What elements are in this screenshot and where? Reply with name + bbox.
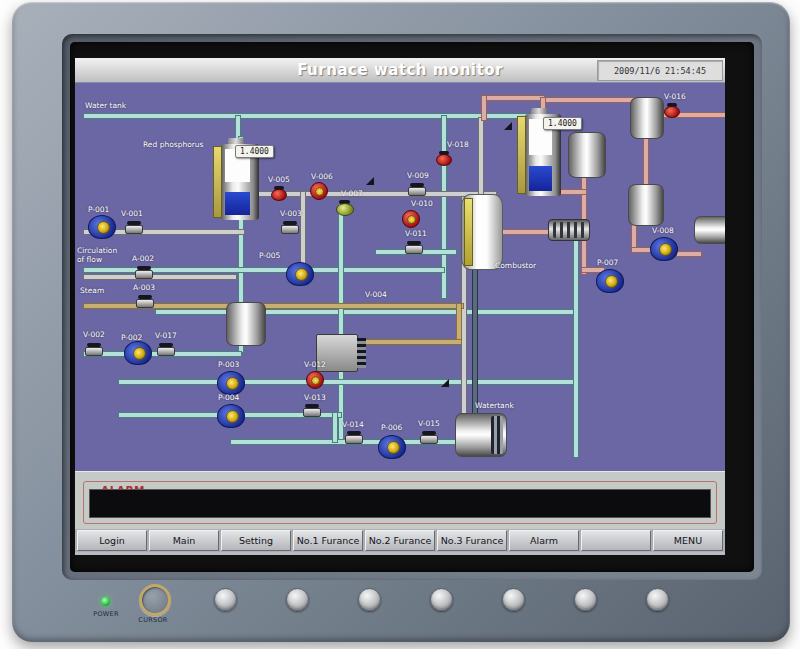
diagram-label-v-014: V-014 xyxy=(342,420,364,429)
screen-footer xyxy=(75,552,725,555)
diagram-label-v-002: V-002 xyxy=(83,330,105,339)
diagram-label-watertank: Watertank xyxy=(475,401,514,410)
login-button[interactable]: Login xyxy=(77,530,147,551)
title-bar: Furnace watch monitor 2009/11/6 21:54:45 xyxy=(75,58,725,83)
diagram-label-p-003: P-003 xyxy=(218,360,239,369)
diagram-label-layer: Water tankRed phosphorusCirculationof fl… xyxy=(75,83,725,471)
function-key-7[interactable] xyxy=(646,588,669,611)
touch-panel-monitor: Furnace watch monitor 2009/11/6 21:54:45 xyxy=(12,2,790,642)
cursor-button-label: CURSOR xyxy=(130,616,176,624)
diagram-label-p-002: P-002 xyxy=(121,333,142,342)
function-key-4[interactable] xyxy=(430,588,453,611)
diagram-label-v-016: V-016 xyxy=(664,92,686,101)
diagram-label-of-flow: of flow xyxy=(77,255,102,264)
power-led-label: POWER xyxy=(88,610,124,618)
function-key-2[interactable] xyxy=(286,588,309,611)
diagram-label-v-012: V-012 xyxy=(304,360,326,369)
diagram-label-v-008: V-008 xyxy=(652,226,674,235)
menu-button[interactable]: MENU xyxy=(653,530,723,551)
diagram-label-p-001: P-001 xyxy=(88,205,109,214)
diagram-label-v-006: V-006 xyxy=(311,172,333,181)
diagram-label-v-009: V-009 xyxy=(407,171,429,180)
diagram-label-water-tank: Water tank xyxy=(85,101,126,110)
diagram-label-v-015: V-015 xyxy=(418,419,440,428)
diagram-label-p-006: P-006 xyxy=(381,423,402,432)
diagram-label-v-018: V-018 xyxy=(447,140,469,149)
diagram-label-v-010: V-010 xyxy=(411,199,433,208)
diagram-label-p-004: P-004 xyxy=(218,393,239,402)
setting-button[interactable]: Setting xyxy=(221,530,291,551)
function-key-5[interactable] xyxy=(502,588,525,611)
main-button[interactable]: Main xyxy=(149,530,219,551)
photo-stage: Furnace watch monitor 2009/11/6 21:54:45 xyxy=(0,0,800,649)
cursor-ring-button[interactable] xyxy=(139,584,171,616)
function-key-6[interactable] xyxy=(574,588,597,611)
diagram-label-v-004: V-004 xyxy=(365,290,387,299)
page-title: Furnace watch monitor xyxy=(297,61,503,79)
diagram-label-circulation: Circulation xyxy=(77,246,117,255)
diagram-label-combustor: Combustor xyxy=(495,261,536,270)
no1-furnace-button[interactable]: No.1 Furance xyxy=(293,530,363,551)
diagram-label-v-017: V-017 xyxy=(155,331,177,340)
function-key-3[interactable] xyxy=(358,588,381,611)
function-key-1[interactable] xyxy=(214,588,237,611)
diagram-label-red-phosphorus: Red phosphorus xyxy=(143,140,204,149)
no3-furnace-button[interactable]: No.3 Furance xyxy=(437,530,507,551)
alarm-zone: ALARM xyxy=(75,471,725,529)
power-led xyxy=(101,597,110,606)
diagram-label-p-007: P-007 xyxy=(597,258,618,267)
hmi-button-row: Login Main Setting No.1 Furance No.2 Fur… xyxy=(75,529,725,552)
alarm-groupbox: ALARM xyxy=(83,481,717,524)
diagram-label-v-007: V-007 xyxy=(341,189,363,198)
datetime-display: 2009/11/6 21:54:45 xyxy=(597,60,723,81)
diagram-label-steam: Steam xyxy=(80,286,104,295)
diagram-label-v-013: V-013 xyxy=(304,393,326,402)
alarm-button[interactable]: Alarm xyxy=(509,530,579,551)
alarm-list-display xyxy=(89,489,711,518)
blank-button[interactable] xyxy=(581,530,651,551)
hmi-screen: Furnace watch monitor 2009/11/6 21:54:45 xyxy=(75,58,725,555)
diagram-label-v-003: V-003 xyxy=(280,209,302,218)
diagram-label-p-005: P-005 xyxy=(259,251,280,260)
diagram-label-v-005: V-005 xyxy=(268,175,290,184)
no2-furnace-button[interactable]: No.2 Furance xyxy=(365,530,435,551)
diagram-label-v-001: V-001 xyxy=(121,209,143,218)
diagram-label-a-002: A-002 xyxy=(132,254,154,263)
diagram-label-a-003: A-003 xyxy=(133,283,155,292)
diagram-label-v-011: V-011 xyxy=(405,229,427,238)
process-diagram: 1.4000 1.4000 Water tankRed phosphorusCi… xyxy=(75,83,725,471)
